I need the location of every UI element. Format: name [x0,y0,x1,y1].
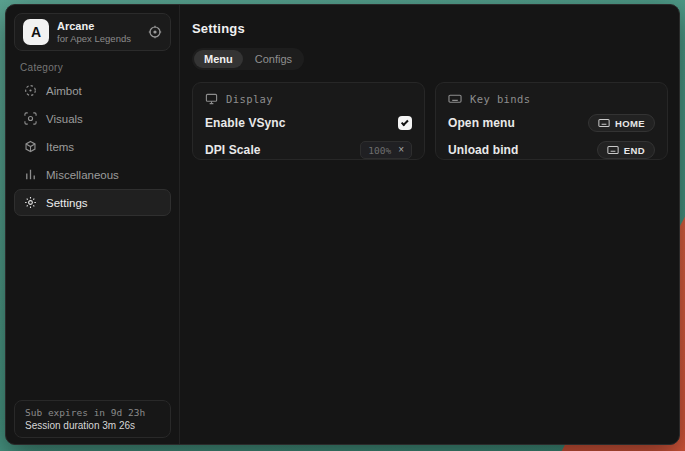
sidebar-item-label: Items [46,141,74,153]
open-menu-bind-button[interactable]: HOME [588,114,655,132]
setting-row-unload-bind: Unload bind END [448,141,655,159]
setting-row-open-menu: Open menu HOME [448,114,655,132]
sub-expires-text: Sub expires in 9d 23h [25,407,160,418]
app-subtitle: for Apex Legends [57,34,140,44]
display-card: Display Enable VSync DPI Scale 100% × [192,82,425,160]
check-icon [400,118,408,126]
setting-row-dpi: DPI Scale 100% × [205,141,412,159]
app-logo: A [23,19,49,45]
card-title: Key binds [470,93,531,105]
sidebar-item-label: Miscellaneous [46,169,119,181]
bars-icon [23,168,37,181]
crosshair-icon [23,84,37,97]
keyboard-icon [607,145,619,155]
session-info-box: Sub expires in 9d 23h Session duration 3… [14,400,171,438]
session-duration-text: Session duration 3m 26s [25,420,160,431]
target-icon[interactable] [148,25,162,39]
sidebar-item-aimbot[interactable]: Aimbot [14,77,171,104]
dpi-scale-input[interactable]: 100% × [360,141,412,159]
gear-icon [23,196,37,209]
settings-cards: Display Enable VSync DPI Scale 100% × [192,82,668,160]
keyboard-icon [448,92,462,105]
sidebar-item-settings[interactable]: Settings [14,189,171,216]
card-title: Display [226,93,273,105]
bind-key-label: HOME [615,118,645,129]
sidebar: A Arcane for Apex Legends Category [6,5,180,444]
tab-configs[interactable]: Configs [245,50,302,68]
clear-icon[interactable]: × [398,145,404,155]
setting-label: Unload bind [448,143,518,157]
monitor-icon [205,92,218,105]
category-label: Category [20,62,63,73]
sidebar-item-label: Aimbot [46,85,82,97]
setting-label: Enable VSync [205,116,286,130]
sidebar-item-label: Settings [46,197,88,209]
page-title: Settings [192,21,668,36]
cube-icon [23,140,37,153]
keyboard-icon [598,118,610,128]
tab-bar: Menu Configs [192,48,304,70]
sidebar-item-items[interactable]: Items [14,133,171,160]
sidebar-item-miscellaneous[interactable]: Miscellaneous [14,161,171,188]
dpi-value: 100% [368,145,391,156]
app-window: A Arcane for Apex Legends Category [5,4,680,445]
sidebar-item-visuals[interactable]: Visuals [14,105,171,132]
scan-eye-icon [23,112,37,125]
vsync-checkbox[interactable] [398,116,412,130]
keybinds-card: Key binds Open menu HOME [435,82,668,160]
sidebar-nav: Aimbot Visuals Items [14,77,171,217]
app-title: Arcane [57,20,140,32]
main-content: Settings Menu Configs Display E [180,5,680,444]
unload-bind-button[interactable]: END [597,141,655,159]
setting-label: Open menu [448,116,515,130]
setting-row-vsync: Enable VSync [205,114,412,132]
sidebar-item-label: Visuals [46,113,83,125]
bind-key-label: END [624,145,645,156]
brand-card: A Arcane for Apex Legends [14,13,171,51]
tab-menu[interactable]: Menu [194,50,243,68]
setting-label: DPI Scale [205,143,261,157]
